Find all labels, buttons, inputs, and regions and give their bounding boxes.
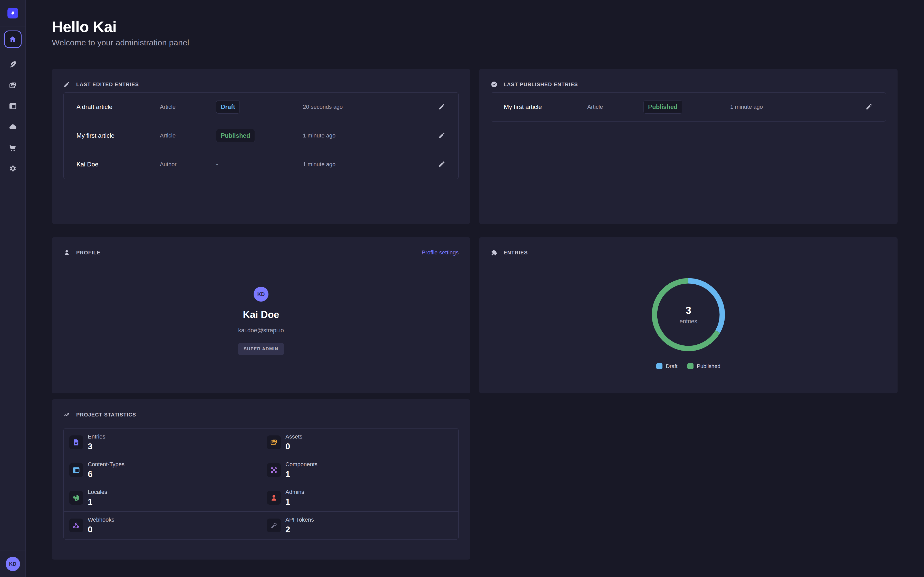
profile-card: PROFILE Profile settings KD Kai Doe kai.…	[52, 237, 470, 393]
entries-total: 3	[686, 305, 691, 316]
pencil-icon	[438, 161, 445, 168]
strapi-logo[interactable]	[7, 8, 18, 18]
statistics-grid: Entries3 Assets0 Content-Types6 Componen…	[63, 428, 459, 540]
last-published-table: My first article Article Published 1 min…	[491, 92, 886, 122]
gear-icon	[9, 164, 17, 172]
stat-api-tokens: API Tokens2	[261, 512, 459, 539]
sidebar-item-content-manager[interactable]	[9, 61, 17, 69]
stat-value: 2	[286, 525, 314, 534]
edit-entry-button[interactable]	[438, 103, 446, 111]
cloud-icon	[9, 123, 17, 131]
sidebar-item-settings[interactable]	[9, 164, 17, 172]
project-statistics-card: PROJECT STATISTICS Entries3 Assets0 Cont…	[52, 399, 470, 559]
sidebar-item-marketplace[interactable]	[9, 143, 17, 152]
card-title: PROJECT STATISTICS	[76, 412, 136, 418]
profile-settings-link[interactable]: Profile settings	[422, 249, 459, 256]
stat-label: API Tokens	[286, 516, 314, 523]
check-circle-icon	[491, 81, 498, 88]
entry-name: My first article	[76, 132, 160, 139]
stat-components: Components1	[261, 456, 459, 484]
strapi-logo-icon	[10, 10, 16, 16]
card-title: LAST EDITED ENTRIES	[76, 82, 139, 87]
card-title: LAST PUBLISHED ENTRIES	[504, 82, 578, 87]
entry-time: 1 minute ago	[303, 132, 438, 139]
entry-type: Author	[160, 161, 216, 168]
page-subtitle: Welcome to your administration panel	[52, 38, 189, 47]
sidebar-item-cloud[interactable]	[9, 123, 17, 131]
profile-email: kai.doe@strapi.io	[238, 327, 284, 334]
edit-entry-button[interactable]	[438, 161, 446, 168]
stat-assets: Assets0	[261, 429, 459, 456]
stat-entries: Entries3	[64, 429, 261, 456]
entry-type: Article	[587, 103, 643, 110]
stat-label: Admins	[286, 489, 304, 495]
images-icon	[270, 438, 278, 446]
pencil-icon	[63, 81, 70, 88]
stat-content-types: Content-Types6	[64, 456, 261, 484]
card-title: PROFILE	[76, 250, 100, 256]
entry-time: 1 minute ago	[730, 103, 865, 110]
trend-up-icon	[63, 411, 70, 418]
entry-time: 20 seconds ago	[303, 103, 438, 110]
home-icon	[8, 35, 17, 44]
cart-icon	[9, 143, 17, 152]
entry-name: Kai Doe	[76, 161, 160, 168]
puzzle-icon	[491, 249, 498, 256]
stat-label: Components	[286, 461, 318, 467]
entry-name: My first article	[504, 103, 587, 111]
entries-donut-chart: 3 entries	[652, 278, 725, 351]
avatar: KD	[254, 287, 268, 301]
table-row: My first article Article Published 1 min…	[64, 121, 459, 150]
entries-unit: entries	[679, 318, 697, 325]
user-icon	[63, 249, 70, 256]
table-row: Kai Doe Author - 1 minute ago	[64, 150, 459, 179]
sidebar-item-content-type-builder[interactable]	[9, 102, 17, 110]
key-icon	[270, 522, 278, 529]
sidebar-item-home[interactable]	[4, 31, 21, 48]
stat-value: 1	[88, 497, 107, 507]
sidebar-item-media-library[interactable]	[9, 81, 17, 90]
table-row: A draft article Article Draft 20 seconds…	[64, 93, 459, 121]
status-badge: Draft	[216, 100, 240, 114]
admin-user-icon	[270, 494, 278, 501]
stat-label: Assets	[286, 434, 302, 440]
layout-icon	[9, 102, 17, 110]
stat-label: Entries	[88, 434, 105, 440]
last-published-entries-card: LAST PUBLISHED ENTRIES My first article …	[479, 69, 898, 224]
sidebar: KD	[0, 0, 26, 577]
stat-admins: Admins1	[261, 484, 459, 512]
file-icon	[73, 438, 80, 446]
entry-name: A draft article	[76, 103, 160, 111]
edit-entry-button[interactable]	[438, 132, 446, 140]
stat-label: Locales	[88, 489, 107, 495]
webhook-icon	[73, 522, 80, 529]
edit-entry-button[interactable]	[865, 103, 873, 111]
images-icon	[9, 81, 17, 90]
stat-webhooks: Webhooks0	[64, 512, 261, 539]
status-badge: Published	[216, 129, 255, 142]
stat-label: Webhooks	[88, 516, 115, 523]
draft-legend-chip	[656, 363, 662, 369]
pencil-icon	[438, 103, 445, 110]
entry-time: 1 minute ago	[303, 161, 438, 168]
role-badge: SUPER ADMIN	[238, 343, 284, 355]
user-avatar[interactable]: KD	[6, 557, 20, 571]
sidebar-nav	[0, 26, 26, 172]
last-edited-table: A draft article Article Draft 20 seconds…	[63, 92, 459, 179]
sidebar-footer: KD	[0, 551, 26, 577]
last-edited-entries-card: LAST EDITED ENTRIES A draft article Arti…	[52, 69, 470, 224]
entry-type: Article	[160, 103, 216, 110]
feather-icon	[9, 61, 17, 69]
stat-value: 3	[88, 442, 105, 451]
stat-value: 1	[286, 469, 318, 479]
card-title: ENTRIES	[504, 250, 528, 256]
legend-label: Draft	[666, 363, 678, 369]
components-icon	[270, 466, 278, 474]
stat-value: 0	[88, 525, 115, 534]
status-badge: Published	[643, 100, 682, 114]
stat-value: 0	[286, 442, 302, 451]
stat-value: 6	[88, 469, 124, 479]
chart-legend: Draft Published	[656, 363, 720, 369]
pencil-icon	[866, 103, 873, 110]
globe-icon	[73, 494, 80, 501]
